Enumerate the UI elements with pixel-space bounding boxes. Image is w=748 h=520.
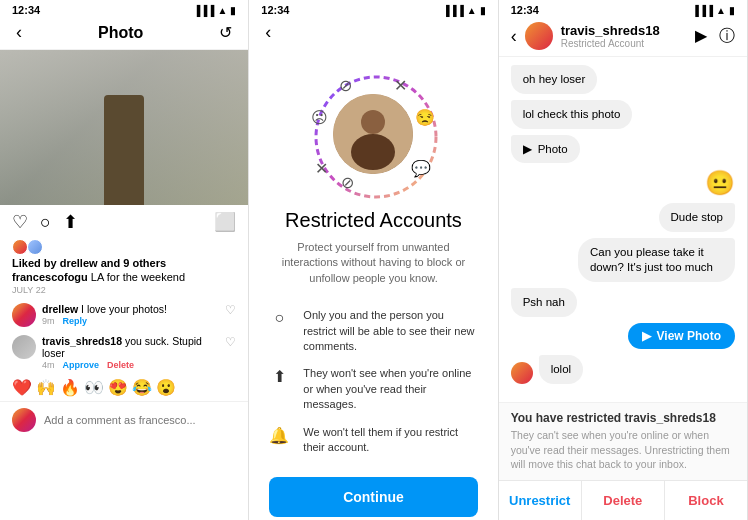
unrestrict-button[interactable]: Unrestrict	[499, 481, 582, 520]
panel-restricted-intro: 12:34 ▐▐▐ ▲ ▮ ‹ ⊘ ✕	[249, 0, 498, 520]
wifi-icon-2: ▲	[467, 5, 477, 16]
delete-button[interactable]: Delete	[107, 360, 134, 370]
comment-1-time: 9m	[42, 316, 55, 326]
avatar-travis	[12, 335, 36, 359]
comment-input[interactable]	[44, 414, 236, 426]
info-icon[interactable]: ⓘ	[719, 26, 735, 47]
comment-2-time: 4m	[42, 360, 55, 370]
comment-icon[interactable]: ○	[40, 212, 51, 233]
photo-label: Photo	[538, 143, 568, 155]
caption-text: LA for the weekend	[88, 271, 185, 283]
orbit-icon-2: ✕	[394, 76, 407, 95]
comment-2-user: travis_shreds18	[42, 335, 122, 347]
msg-bubble-2: lol check this photo	[511, 100, 633, 129]
panel-dm-chat: 12:34 ▐▐▐ ▲ ▮ ‹ travis_shreds18 Restrict…	[499, 0, 748, 520]
comment-2-meta: 4m Approve Delete	[42, 360, 219, 370]
p2-back-icon[interactable]: ‹	[265, 22, 271, 43]
feature-3: 🔔 We won't tell them if you restrict the…	[249, 419, 497, 462]
feature-1: ○ Only you and the person you restrict w…	[249, 302, 497, 360]
comment-feature-icon: ○	[269, 309, 289, 327]
msg-bubble-sent-1: Dude stop	[659, 203, 735, 232]
comment-1-user: drellew	[42, 303, 78, 315]
msg-received-3: Psh nah	[511, 288, 577, 317]
play-icon: ▶	[523, 142, 532, 156]
comment-2-text: travis_shreds18 you suck. Stupid loser	[42, 335, 219, 359]
reaction-praise: 🙌	[36, 378, 56, 397]
delete-chat-button[interactable]: Delete	[582, 481, 665, 520]
bell-feature-icon: 🔔	[269, 426, 289, 445]
status-bar-3: 12:34 ▐▐▐ ▲ ▮	[499, 0, 747, 18]
status-icons-2: ▐▐▐ ▲ ▮	[442, 5, 485, 16]
msg-bubble-1: oh hey loser	[511, 65, 598, 94]
battery-icon-2: ▮	[480, 5, 486, 16]
restricted-notice-text: They can't see when you're online or whe…	[511, 428, 735, 472]
reaction-fire: 🔥	[60, 378, 80, 397]
messages-container: oh hey loser lol check this photo ▶ Phot…	[499, 57, 747, 402]
chat-user-info: travis_shreds18 Restricted Account	[561, 23, 687, 49]
restricted-notice-title: You have restricted travis_shreds18	[511, 411, 735, 425]
chat-footer-actions: Unrestrict Delete Block	[499, 480, 747, 520]
post-image	[0, 50, 248, 205]
continue-button[interactable]: Continue	[269, 477, 477, 517]
msg-bubble-recv-3: Psh nah	[511, 288, 577, 317]
dashed-circle-svg	[311, 72, 441, 202]
msg-received-1: oh hey loser	[511, 65, 598, 94]
post-actions-left: ♡ ○ ⬆	[12, 211, 78, 233]
feature-2: ⬆ They won't see when you're online or w…	[249, 360, 497, 418]
view-photo-button[interactable]: ▶ View Photo	[628, 323, 735, 349]
panel-post: 12:34 ▐▐▐ ▲ ▮ ‹ Photo ↺ ♡ ○ ⬆ ⬜ Liked by…	[0, 0, 249, 520]
msg-bubble-recv-4: lolol	[539, 355, 583, 384]
battery-icon-3: ▮	[729, 5, 735, 16]
send-feature-icon: ⬆	[269, 367, 289, 386]
comment-1: drellew I love your photos! 9m Reply ♡	[0, 299, 248, 331]
refresh-icon[interactable]: ↺	[219, 23, 232, 42]
restricted-illustration: ⊘ ✕ ☹ 😒 ✕ ⊘ 💬	[249, 49, 497, 209]
block-button[interactable]: Block	[665, 481, 747, 520]
approve-button[interactable]: Approve	[63, 360, 100, 370]
msg-received-2: lol check this photo	[511, 100, 633, 129]
signal-icon-2: ▐▐▐	[442, 5, 463, 16]
comment-1-text: drellew I love your photos!	[42, 303, 219, 315]
reaction-love: 😍	[108, 378, 128, 397]
comment-input-row	[0, 401, 248, 438]
orbit-icon-3: ☹	[311, 108, 328, 127]
save-icon[interactable]: ⬜	[214, 211, 236, 233]
msg-sent-1: Dude stop	[659, 203, 735, 232]
feature-3-text: We won't tell them if you restrict their…	[303, 425, 477, 456]
post-actions: ♡ ○ ⬆ ⬜	[0, 205, 248, 239]
post-title: Photo	[22, 24, 219, 42]
person-silhouette	[104, 95, 144, 205]
comment-1-meta: 9m Reply	[42, 316, 219, 326]
wifi-icon-3: ▲	[716, 5, 726, 16]
wifi-icon: ▲	[217, 5, 227, 16]
chat-back-icon[interactable]: ‹	[511, 26, 517, 47]
share-icon[interactable]: ⬆	[63, 211, 78, 233]
chat-avatar	[525, 22, 553, 50]
like-icon[interactable]: ♡	[12, 211, 28, 233]
avatar-drellew	[12, 303, 36, 327]
restricted-title: Restricted Accounts	[249, 209, 497, 240]
restricted-notice: You have restricted travis_shreds18 They…	[499, 402, 747, 480]
msg-avatar	[511, 362, 533, 384]
time-3: 12:34	[511, 4, 539, 16]
view-photo-label: View Photo	[657, 329, 721, 343]
post-date: JULY 22	[0, 285, 248, 299]
comment-2-heart[interactable]: ♡	[225, 335, 236, 349]
status-icons-3: ▐▐▐ ▲ ▮	[692, 5, 735, 16]
msg-bubble-sent-2: Can you please take it down? It's just t…	[578, 238, 735, 282]
likes-avatars	[0, 239, 248, 257]
status-bar-1: 12:34 ▐▐▐ ▲ ▮	[0, 0, 248, 18]
video-icon[interactable]: ▶	[695, 26, 707, 47]
reaction-wow: 😮	[156, 378, 176, 397]
feature-1-text: Only you and the person you restrict wil…	[303, 308, 477, 354]
chat-header: ‹ travis_shreds18 Restricted Account ▶ ⓘ	[499, 18, 747, 57]
comment-1-heart[interactable]: ♡	[225, 303, 236, 317]
reaction-eyes: 👀	[84, 378, 104, 397]
signal-icon: ▐▐▐	[193, 5, 214, 16]
msg-photo-bubble: ▶ Photo	[511, 135, 580, 163]
comment-1-reply[interactable]: Reply	[63, 316, 88, 326]
restricted-subtitle: Protect yourself from unwanted interacti…	[249, 240, 497, 302]
chat-status: Restricted Account	[561, 38, 687, 49]
signal-icon-3: ▐▐▐	[692, 5, 713, 16]
avatar-self	[12, 408, 36, 432]
